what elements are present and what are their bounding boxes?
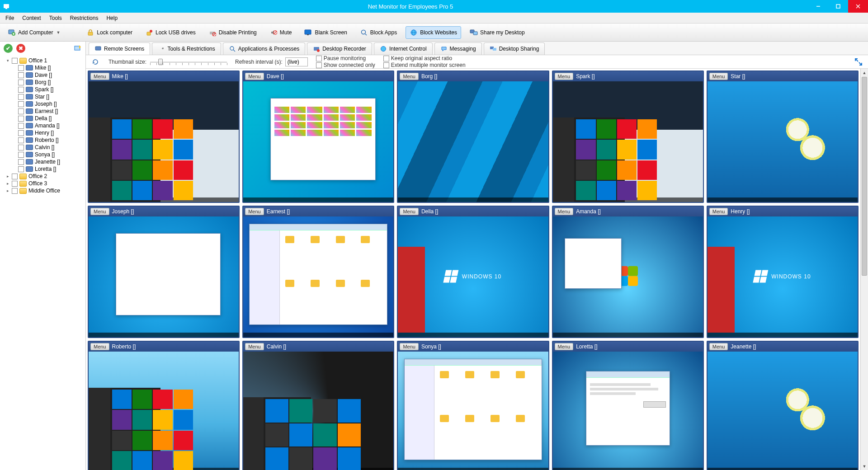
- thumb-menu-button[interactable]: Menu: [400, 208, 419, 215]
- thumb-menu-button[interactable]: Menu: [245, 208, 264, 215]
- minimize-button[interactable]: [808, 0, 828, 13]
- checkbox[interactable]: [18, 101, 24, 107]
- lock-usb-button[interactable]: Lock USB drives: [141, 26, 200, 39]
- show-connected-checkbox[interactable]: Show connected only: [316, 62, 375, 68]
- block-websites-button[interactable]: Block Websites: [406, 26, 461, 39]
- thumb-screen-preview[interactable]: WINDOWS 10: [708, 216, 858, 337]
- thumb-menu-button[interactable]: Menu: [90, 208, 109, 215]
- tab-tools[interactable]: Tools & Restrictions: [152, 42, 221, 55]
- screen-thumbnail[interactable]: Menu Sonya []: [397, 341, 549, 470]
- thumb-screen-preview[interactable]: [243, 81, 393, 202]
- pause-monitoring-checkbox[interactable]: Pause monitoring: [316, 55, 375, 61]
- lock-computer-button[interactable]: Lock computer: [82, 26, 137, 39]
- refresh-interval-input[interactable]: [285, 57, 308, 66]
- screen-thumbnail[interactable]: Menu Joseph []: [88, 206, 240, 338]
- tree-computer[interactable]: Borg []: [1, 79, 85, 86]
- thumb-screen-preview[interactable]: [553, 352, 703, 470]
- expander-icon[interactable]: ▸: [5, 188, 10, 193]
- screen-thumbnail[interactable]: Menu Earnest []: [242, 206, 394, 338]
- tree-computer[interactable]: Star []: [1, 93, 85, 100]
- checkbox[interactable]: [18, 87, 24, 93]
- tree-computer[interactable]: Spark []: [1, 86, 85, 93]
- tree-computer[interactable]: Roberto []: [1, 136, 85, 144]
- tree-computer[interactable]: Dave []: [1, 71, 85, 79]
- checkbox[interactable]: [18, 123, 24, 129]
- tree-computer[interactable]: Joseph []: [1, 100, 85, 108]
- scrollbar-thumb[interactable]: [862, 77, 867, 276]
- checkbox[interactable]: [12, 181, 18, 187]
- checkbox[interactable]: [18, 159, 24, 165]
- screen-thumbnail[interactable]: Menu Amanda []: [552, 206, 704, 338]
- menu-tools[interactable]: Tools: [46, 14, 66, 23]
- thumb-menu-button[interactable]: Menu: [400, 73, 419, 80]
- screen-thumbnail[interactable]: Menu Star []: [707, 70, 859, 203]
- keep-aspect-checkbox[interactable]: Keep original aspect ratio: [383, 55, 466, 61]
- checkbox[interactable]: [18, 116, 24, 122]
- thumb-menu-button[interactable]: Menu: [400, 343, 419, 350]
- tab-messaging[interactable]: Messaging: [434, 42, 482, 55]
- thumb-screen-preview[interactable]: [553, 216, 703, 337]
- thumb-screen-preview[interactable]: [398, 352, 548, 470]
- checkbox[interactable]: [12, 188, 18, 194]
- tree-group[interactable]: ▸ Office 2: [1, 173, 85, 180]
- thumb-menu-button[interactable]: Menu: [555, 343, 574, 350]
- tree-group[interactable]: ▸ Office 3: [1, 180, 85, 187]
- add-computer-button[interactable]: Add Computer ▼: [4, 26, 64, 39]
- checkbox[interactable]: [18, 130, 24, 136]
- thumb-screen-preview[interactable]: [398, 81, 548, 202]
- thumb-menu-button[interactable]: Menu: [709, 343, 728, 350]
- blank-screen-button[interactable]: Blank Screen: [300, 26, 351, 39]
- reject-button[interactable]: ✖: [16, 44, 25, 53]
- menu-restrictions[interactable]: Restrictions: [66, 14, 102, 23]
- screen-thumbnail[interactable]: Menu Jeanette []: [707, 341, 859, 470]
- checkbox[interactable]: [18, 152, 24, 158]
- screen-thumbnail[interactable]: Menu Henry []WINDOWS 10: [707, 206, 859, 338]
- menu-context[interactable]: Context: [19, 14, 44, 23]
- refresh-icon[interactable]: [90, 57, 100, 67]
- scroll-up-arrow[interactable]: ▲: [861, 69, 868, 76]
- screen-thumbnail[interactable]: Menu Spark []: [552, 70, 704, 203]
- close-button[interactable]: [848, 0, 868, 13]
- checkbox[interactable]: [12, 58, 18, 64]
- tree-computer[interactable]: Loretta []: [1, 165, 85, 173]
- tab-sharing[interactable]: Desktop Sharing: [484, 42, 545, 55]
- checkbox[interactable]: [18, 108, 24, 114]
- screen-thumbnail[interactable]: Menu Mike []: [88, 70, 240, 203]
- checkbox[interactable]: [18, 72, 24, 78]
- computer-tree[interactable]: ▾ Office 1 Mike [] Dave [] Borg [] Spark…: [0, 55, 85, 470]
- thumb-menu-button[interactable]: Menu: [709, 208, 728, 215]
- screen-thumbnail[interactable]: Menu Roberto []: [88, 341, 240, 470]
- thumb-menu-button[interactable]: Menu: [245, 343, 264, 350]
- mute-button[interactable]: Mute: [265, 26, 296, 39]
- thumb-screen-preview[interactable]: [89, 216, 239, 337]
- thumb-menu-button[interactable]: Menu: [555, 208, 574, 215]
- menu-help[interactable]: Help: [103, 14, 121, 23]
- thumb-menu-button[interactable]: Menu: [709, 73, 728, 80]
- screen-thumbnail[interactable]: Menu Loretta []: [552, 341, 704, 470]
- tab-remote-screens[interactable]: Remote Screens: [89, 42, 150, 55]
- thumb-screen-preview[interactable]: [243, 216, 393, 337]
- tab-internet[interactable]: Internet Control: [374, 42, 433, 55]
- extend-monitor-checkbox[interactable]: Extend multiple monitor screen: [383, 62, 466, 68]
- thumb-screen-preview[interactable]: [243, 352, 393, 470]
- thumb-screen-preview[interactable]: [89, 81, 239, 202]
- scroll-down-arrow[interactable]: ▼: [861, 462, 868, 470]
- fullscreen-icon[interactable]: [854, 57, 863, 67]
- checkbox[interactable]: [18, 137, 24, 143]
- tree-computer[interactable]: Jeanette []: [1, 158, 85, 165]
- screen-thumbnail[interactable]: Menu Della []WINDOWS 10: [397, 206, 549, 338]
- checkbox[interactable]: [18, 166, 24, 172]
- share-desktop-button[interactable]: Share my Desktop: [466, 26, 529, 39]
- disable-printing-button[interactable]: Disable Printing: [204, 26, 261, 39]
- thumb-screen-preview[interactable]: [89, 352, 239, 470]
- tree-group[interactable]: ▸ Middle Office: [1, 187, 85, 194]
- tab-apps[interactable]: Applications & Processes: [223, 42, 305, 55]
- expander-icon[interactable]: ▸: [5, 174, 10, 179]
- approve-button[interactable]: ✔: [4, 44, 13, 53]
- tree-computer[interactable]: Mike []: [1, 64, 85, 71]
- checkbox[interactable]: [12, 174, 18, 179]
- thumb-menu-button[interactable]: Menu: [555, 73, 574, 80]
- checkbox[interactable]: [18, 145, 24, 150]
- thumb-screen-preview[interactable]: [708, 81, 858, 202]
- tree-computer[interactable]: Earnest []: [1, 108, 85, 115]
